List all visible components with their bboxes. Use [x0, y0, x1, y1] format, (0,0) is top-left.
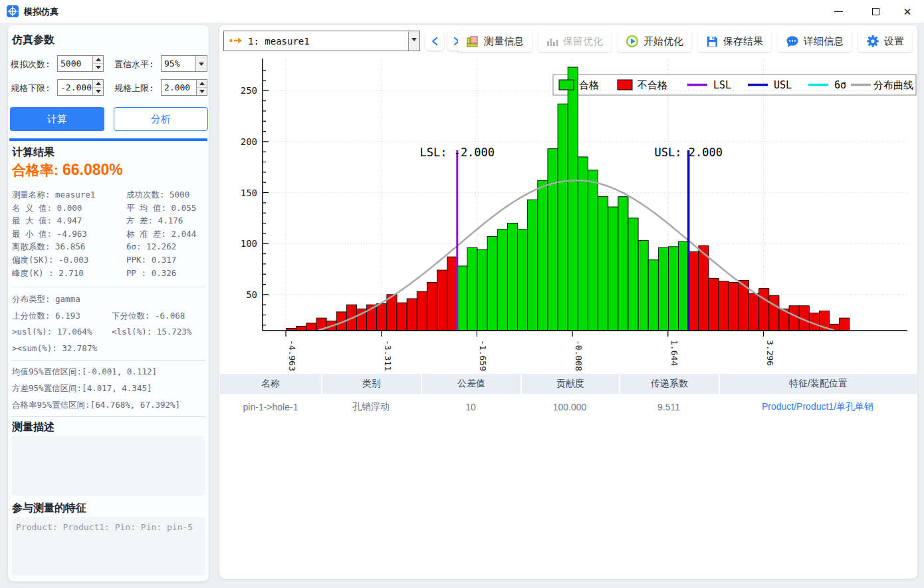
stat-row: 峰度(K) : 2.710PP : 0.326	[12, 267, 206, 280]
details-label: 详细信息	[804, 35, 844, 48]
histogram-bar	[749, 293, 759, 331]
table-header-cell[interactable]: 贡献度	[520, 374, 619, 394]
pass-rate: 合格率:66.080%	[12, 161, 123, 180]
stat-value: 测量名称: measure1	[12, 188, 126, 202]
lower-limit-input[interactable]	[58, 80, 92, 95]
histogram-bar	[729, 282, 739, 331]
settings-label: 设置	[884, 35, 904, 48]
stat-value: PPK: 0.317	[126, 253, 176, 267]
distribution-list: 分布类型: gamma上分位数: 6.193下分位数: -6.068>usl(%…	[12, 291, 206, 357]
histogram-bar	[457, 266, 467, 331]
histogram-bar	[538, 180, 548, 331]
stat-value: 合格率95%置信区间:[64.768%, 67.392%]	[12, 396, 180, 413]
lower-limit-spinner[interactable]	[92, 80, 103, 95]
iterations-spinbox	[57, 55, 104, 72]
close-button[interactable]: ✕	[896, 1, 919, 21]
histogram-bar	[487, 236, 497, 331]
confidence-label: 置信水平:	[114, 59, 154, 71]
prev-measure-button[interactable]	[425, 31, 444, 51]
confidence-value[interactable]	[162, 56, 195, 71]
measure-info-button[interactable]: 测量信息	[458, 31, 532, 52]
titlebar: 模拟仿真 ✕	[0, 0, 924, 23]
maximize-icon	[872, 8, 879, 15]
x-tick-label: 1.644	[669, 340, 679, 366]
measure-description-box[interactable]	[12, 436, 205, 496]
histogram-bar	[518, 229, 528, 331]
minimize-button[interactable]	[827, 1, 850, 21]
histogram-bar	[689, 251, 699, 331]
table-body: pin-1->hole-1孔销浮动10100.0009.511Product/P…	[220, 394, 917, 420]
spin-down-icon[interactable]	[197, 88, 207, 95]
chat-icon	[786, 35, 799, 48]
dropdown-arrow-icon[interactable]	[408, 31, 419, 51]
histogram-bar	[769, 295, 779, 331]
keep-optimize-button[interactable]: 保留优化	[538, 31, 611, 52]
table-header-cell[interactable]: 类别	[321, 374, 421, 394]
spin-down-icon[interactable]	[93, 88, 103, 95]
iterations-spinner[interactable]	[92, 56, 103, 71]
spin-up-icon[interactable]	[93, 80, 103, 88]
measure-select-value: 1: measure1	[248, 36, 408, 47]
table-header-cell[interactable]: 公差值	[421, 374, 520, 394]
x-tick-label: -3.311	[383, 340, 393, 371]
measure-select[interactable]: 1: measure1	[223, 31, 420, 51]
bar-chart-icon	[546, 36, 558, 47]
stat-row: 最 大 值: 4.947方 差: 4.176	[12, 214, 206, 227]
legend-label: USL	[774, 79, 792, 91]
spin-down-icon[interactable]	[93, 64, 103, 71]
stat-row: ><sum(%): 32.787%	[12, 341, 206, 357]
table-header-cell[interactable]: 特征/装配位置	[719, 374, 917, 394]
save-results-button[interactable]: 保存结果	[698, 31, 771, 52]
x-tick-label: -0.008	[574, 340, 584, 371]
stat-value: 平 均 值: 0.055	[126, 202, 196, 215]
y-tick-label: 100	[241, 238, 257, 249]
close-icon: ✕	[903, 7, 912, 17]
upper-limit-spinner[interactable]	[196, 80, 207, 95]
pass-rate-label: 合格率:	[12, 162, 58, 178]
histogram-bar	[296, 326, 306, 331]
table-row: pin-1->hole-1孔销浮动10100.0009.511Product/P…	[220, 394, 917, 420]
histogram-bar	[497, 229, 507, 331]
histogram-bar	[588, 170, 598, 331]
contribution-table: 名称类别公差值贡献度传递系数特征/装配位置 pin-1->hole-1孔销浮动1…	[220, 374, 917, 420]
feature-location-link[interactable]: Product/Product1/单孔单销	[719, 394, 917, 420]
stat-row: >usl(%): 17.064%<lsl(%): 15.723%	[12, 324, 206, 341]
app-icon	[7, 5, 19, 17]
measure-info-label: 测量信息	[484, 35, 524, 48]
app-title: 模拟仿真	[24, 6, 58, 18]
histogram-bar	[447, 257, 457, 331]
upper-limit-input[interactable]	[162, 80, 196, 95]
stats-list: 测量名称: measure1成功次数: 5000名 义 值: 0.000平 均 …	[12, 188, 206, 279]
stat-value: 方 差: 4.176	[126, 214, 183, 227]
spin-up-icon[interactable]	[197, 80, 207, 88]
table-header-cell[interactable]: 传递系数	[619, 374, 719, 394]
table-cell: 10	[421, 394, 520, 420]
calculate-button[interactable]: 计算	[10, 107, 104, 131]
stat-value: ><sum(%): 32.787%	[12, 341, 112, 357]
stat-value: 下分位数: -6.068	[112, 308, 185, 325]
settings-button[interactable]: 设置	[858, 31, 912, 52]
stat-row: 最 小 值: -4.963标 准 差: 2.044	[12, 227, 206, 241]
features-box[interactable]: Product: Product1: Pin: Pin: pin-5	[12, 517, 205, 575]
confidence-select[interactable]	[161, 55, 207, 72]
histogram-bar	[387, 295, 397, 331]
dropdown-arrow-icon[interactable]	[195, 56, 207, 71]
main-panel: 1: measure1 测量信息 保留优化 开始优化 保存结果 详细信息	[219, 25, 917, 579]
upper-limit-spinbox	[161, 79, 207, 96]
maximize-button[interactable]	[864, 1, 887, 21]
table-header-cell[interactable]: 名称	[220, 374, 321, 394]
stat-value: 成功次数: 5000	[126, 188, 189, 202]
x-tick-label: -4.963	[287, 340, 297, 371]
stat-value: 方差95%置信区间:[4.017, 4.345]	[12, 380, 152, 396]
iterations-input[interactable]	[58, 56, 92, 71]
stat-value: 6σ: 12.262	[126, 240, 176, 253]
histogram-bar	[709, 278, 719, 331]
stat-row: 分布类型: gamma	[12, 291, 206, 308]
divider	[11, 287, 206, 287]
histogram-bar	[306, 323, 316, 331]
spin-up-icon[interactable]	[93, 56, 103, 64]
measure-arrow-icon	[229, 35, 243, 47]
start-optimize-button[interactable]: 开始优化	[618, 31, 691, 52]
details-button[interactable]: 详细信息	[778, 31, 852, 52]
analyze-button[interactable]: 分析	[114, 107, 208, 131]
